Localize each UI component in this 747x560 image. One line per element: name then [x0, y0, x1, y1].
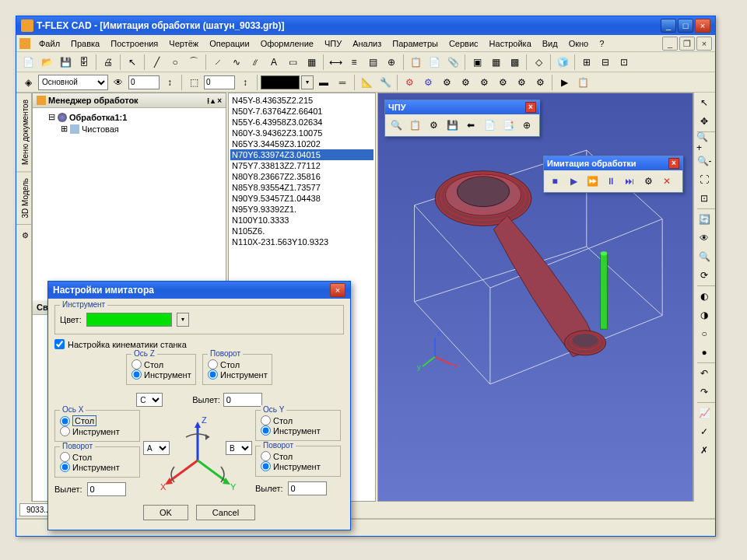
gcode-line[interactable]: N85Y8.93554Z1.73577	[230, 182, 374, 193]
cnc-close-icon[interactable]: ×	[525, 102, 536, 113]
sim-pause-icon[interactable]: ⏸	[602, 173, 619, 190]
gcode-line[interactable]: N80Y8.23667Z2.35816	[230, 171, 374, 182]
close-button[interactable]: ×	[695, 19, 710, 33]
z-stol-radio[interactable]: Стол	[132, 359, 191, 369]
gcode-line[interactable]: N45Y-8.43635Z2.215	[230, 95, 374, 106]
rt-select-icon[interactable]: ↖	[696, 94, 713, 111]
arc-icon[interactable]: ⌒	[185, 54, 202, 71]
vylet-z-input[interactable]	[223, 393, 262, 407]
rx-stol-radio[interactable]: Стол	[60, 452, 135, 462]
gcode-line[interactable]: N75Y7.33813Z2.77112	[230, 160, 374, 171]
view1-icon[interactable]: ▣	[468, 54, 486, 71]
line-icon[interactable]: ╱	[148, 54, 165, 71]
tool1-icon[interactable]: 🔧	[377, 74, 394, 91]
new-icon[interactable]: 📄	[19, 54, 37, 71]
gcode-line[interactable]: N95Y9.93392Z1.	[230, 204, 374, 215]
sim-cancel-icon[interactable]: ✕	[658, 173, 675, 190]
gcode-line[interactable]: N110X-231.563Y10.9323	[230, 236, 374, 247]
expand-icon[interactable]: ⊟	[48, 112, 55, 122]
tab-3dmodel[interactable]: 3D Модель	[16, 171, 31, 224]
rt-pan-icon[interactable]: ✥	[696, 113, 713, 130]
sim-ff-icon[interactable]: ⏩	[584, 173, 601, 190]
dialog-close-icon[interactable]: ×	[330, 283, 345, 297]
rz-instr-radio[interactable]: Инструмент	[208, 369, 267, 380]
cam5-icon[interactable]: ⚙	[475, 74, 493, 91]
y-instr-radio[interactable]: Инструмент	[261, 425, 335, 436]
color-swatch[interactable]	[86, 313, 172, 327]
sim-step-icon[interactable]: ⏭	[621, 173, 638, 190]
tree-child[interactable]: ⊞ Чистовая	[36, 123, 223, 135]
axis-a-select[interactable]: A	[143, 441, 170, 455]
ry-instr-radio[interactable]: Инструмент	[261, 461, 335, 471]
maximize-button[interactable]: □	[678, 19, 693, 33]
rt-shade3-icon[interactable]: ○	[696, 325, 713, 342]
rt-zoomwin-icon[interactable]: ⊡	[696, 190, 713, 207]
rt-check-icon[interactable]: ✓	[696, 423, 713, 440]
spinner2-icon[interactable]: ↕	[237, 74, 254, 91]
tab-documents[interactable]: Меню документов	[16, 93, 31, 171]
menu-parameters[interactable]: Параметры	[388, 37, 442, 50]
value2-input[interactable]	[204, 75, 235, 89]
y-stol-radio[interactable]: Стол	[261, 415, 335, 425]
menu-drawing[interactable]: Чертёж	[165, 37, 202, 50]
text-icon[interactable]: A	[265, 54, 282, 71]
cnc-floating-toolbar[interactable]: ЧПУ × 🔍 📋 ⚙ 💾 ⬅ 📄 📑 ⊕	[384, 100, 540, 137]
table-icon[interactable]: ▤	[364, 54, 381, 71]
expand-icon[interactable]: ⊞	[61, 124, 68, 134]
cancel-button[interactable]: Cancel	[196, 505, 255, 520]
rt-zoom2-icon[interactable]: 🔍	[696, 248, 713, 265]
cnc-btn6-icon[interactable]: 📄	[481, 117, 498, 134]
x-instr-radio[interactable]: Инструмент	[60, 426, 135, 436]
menu-help[interactable]: ?	[595, 37, 608, 50]
sim-icon[interactable]: ▶	[556, 74, 573, 91]
menu-window[interactable]: Окно	[565, 37, 593, 50]
rt-shade1-icon[interactable]: ◐	[696, 288, 713, 305]
sim-stop-icon[interactable]: ■	[546, 173, 563, 190]
cnc-btn8-icon[interactable]: ⊕	[518, 117, 535, 134]
sim-play-icon[interactable]: ▶	[565, 173, 582, 190]
rt-view-icon[interactable]: 👁	[696, 229, 713, 247]
cnc-toolbar-title[interactable]: ЧПУ ×	[385, 100, 539, 114]
circle-icon[interactable]: ○	[167, 54, 184, 71]
copy-icon[interactable]: 📋	[407, 54, 424, 71]
save-icon[interactable]: 💾	[57, 54, 74, 71]
style-icon[interactable]: ⬚	[185, 74, 202, 91]
rt-graph-icon[interactable]: 📈	[696, 404, 713, 422]
spline-icon[interactable]: ∿	[228, 54, 245, 71]
gcode-line[interactable]: N90Y9.53457Z1.04438	[230, 193, 374, 204]
menu-service[interactable]: Сервис	[445, 37, 482, 50]
sim-toolbar-title[interactable]: Имитация обработки ×	[544, 156, 682, 170]
gcode-listing[interactable]: N45Y-8.43635Z2.215N50Y-7.63764Z2.66401N5…	[229, 93, 375, 249]
machining-tree[interactable]: ⊟ Обработка1:1 ⊞ Чистовая	[33, 108, 226, 300]
cascade-icon[interactable]: ⊡	[615, 54, 633, 71]
rt-rotate-icon[interactable]: 🔄	[696, 211, 713, 228]
cnc-btn5-icon[interactable]: ⬅	[462, 117, 479, 134]
gcode-line[interactable]: N100Y10.3333	[230, 215, 374, 226]
rt-x-icon[interactable]: ✗	[696, 442, 713, 459]
color-swatch-black[interactable]	[261, 75, 300, 89]
gcode-line[interactable]: N70Y6.33974Z3.04015	[230, 149, 374, 160]
menu-design[interactable]: Оформление	[257, 37, 317, 50]
menu-edit[interactable]: Правка	[67, 37, 103, 50]
post-icon[interactable]: 📋	[574, 74, 591, 91]
panel-menu-icon[interactable]: ⁞ ▴ ×	[207, 96, 222, 105]
rt-zoomin-icon[interactable]: 🔍+	[696, 134, 713, 151]
cam7-icon[interactable]: ⚙	[513, 74, 530, 91]
offset-icon[interactable]: ⫽	[247, 54, 264, 71]
sim-close-icon[interactable]: ×	[668, 158, 679, 169]
rt-undo-icon[interactable]: ↶	[696, 365, 713, 382]
vylet-y-input[interactable]	[288, 481, 327, 495]
menu-operations[interactable]: Операции	[205, 37, 253, 50]
clip-icon[interactable]: 📎	[444, 54, 461, 71]
gcode-line[interactable]: N50Y-7.63764Z2.66401	[230, 106, 374, 117]
measure-icon[interactable]: 📐	[358, 74, 375, 91]
rz-stol-radio[interactable]: Стол	[208, 359, 267, 369]
ry-stol-radio[interactable]: Стол	[261, 451, 335, 461]
cam1-icon[interactable]: ⚙	[401, 74, 418, 91]
print-icon[interactable]: 🖨	[100, 54, 117, 71]
vylet-x-input[interactable]	[87, 482, 126, 496]
cnc-btn7-icon[interactable]: 📑	[500, 117, 517, 134]
sim-settings-icon[interactable]: ⚙	[640, 173, 657, 190]
3d-icon[interactable]: 🧊	[554, 54, 571, 71]
save-all-icon[interactable]: 🗄	[75, 54, 93, 71]
